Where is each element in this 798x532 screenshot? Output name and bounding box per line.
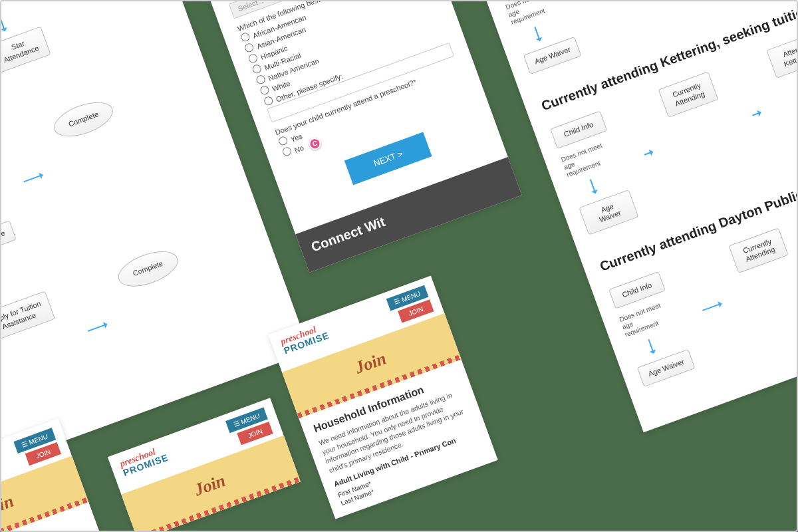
flow-note: Does not meet age requirement — [505, 0, 557, 27]
flow-node: Age Waiver — [579, 189, 638, 235]
flow-note: Does not meet age requirement — [618, 301, 670, 339]
mobile-mockup-household: preschool PROMISE ☰ MENU JOIN Join House… — [269, 276, 498, 519]
flow-node: Age Waiver — [523, 37, 582, 75]
arrow-icon — [752, 112, 761, 116]
arrow-icon — [644, 151, 653, 155]
radio-ethnicity[interactable] — [263, 95, 274, 106]
arrow-icon — [534, 27, 540, 41]
flow-node: Age Waiver — [637, 349, 696, 388]
arrow-icon — [590, 179, 596, 193]
flow-node: Attends Kettering — [766, 33, 798, 78]
connect-title: Connect Wit — [309, 170, 507, 255]
flow-node: Star Attendance — [0, 220, 17, 263]
radio-ethnicity[interactable] — [255, 74, 267, 85]
arrow-icon — [648, 339, 654, 353]
arrow-icon — [703, 303, 722, 311]
arrow-icon — [23, 174, 43, 182]
radio-attend-yes[interactable] — [277, 135, 289, 146]
flow-note: Child resides in DPS — [0, 0, 21, 17]
flow-node: Apply for Tuition Assistance — [0, 291, 55, 342]
radio-ethnicity[interactable] — [247, 53, 259, 64]
radio-ethnicity[interactable] — [243, 42, 255, 53]
arrow-icon — [88, 324, 107, 332]
arrow-icon — [0, 17, 5, 31]
radio-label: No — [293, 143, 305, 154]
radio-ethnicity[interactable] — [239, 31, 251, 43]
flow-node-complete: Complete — [50, 95, 118, 143]
mobile-mockup-joined: ☰ MENU JOIN Join oined Preschool te your… — [0, 418, 107, 532]
radio-ethnicity[interactable] — [251, 63, 263, 74]
next-button[interactable]: NEXT > — [344, 132, 432, 185]
flow-node: Currently Attending — [729, 227, 789, 273]
flow-note: Does not meet age requirement — [560, 140, 612, 179]
radio-attend-no[interactable] — [281, 146, 293, 157]
mobile-mockup-join: preschool PROMISE ☰ MENU JOIN Join — [108, 398, 301, 532]
connect-with-us-block: Connect Wit — [295, 157, 521, 273]
logo: preschool PROMISE — [118, 444, 170, 477]
flow-node: Currently Attending — [658, 72, 718, 118]
flowchart-panel-right: Currently attending anywhere, seeking tu… — [464, 0, 798, 433]
note-badge-c: C — [307, 136, 323, 151]
radio-ethnicity[interactable] — [259, 84, 270, 96]
flow-node-complete: Complete — [114, 245, 182, 293]
